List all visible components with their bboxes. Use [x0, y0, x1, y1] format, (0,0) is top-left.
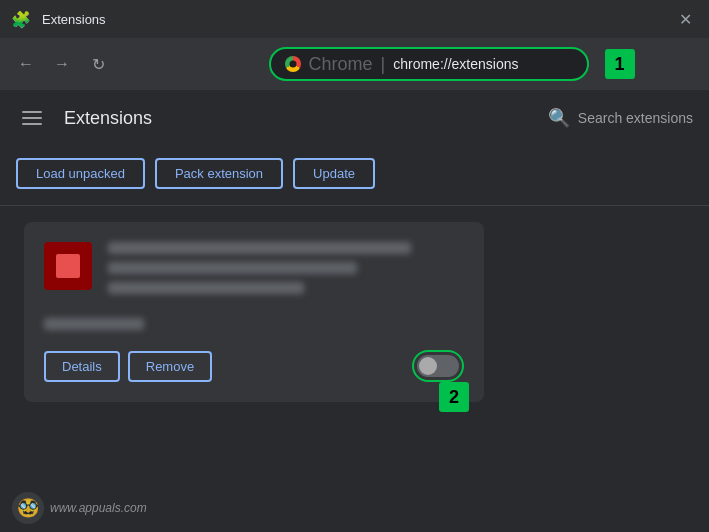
nav-bar: ← → ↻ Chrome | chrome://extensions 1 [0, 38, 709, 90]
address-divider: Chrome [309, 54, 373, 75]
chrome-logo-icon [285, 56, 301, 72]
refresh-button[interactable]: ↻ [84, 50, 112, 78]
toggle-border [412, 350, 464, 382]
load-unpacked-button[interactable]: Load unpacked [16, 158, 145, 189]
pack-extension-button[interactable]: Pack extension [155, 158, 283, 189]
extension-card: Details Remove 2 [24, 222, 484, 402]
hamburger-menu[interactable] [16, 105, 48, 131]
step-1-label: 1 [605, 49, 635, 79]
ext-desc-line-2 [108, 282, 304, 294]
toggle-wrapper: 2 [412, 350, 464, 382]
details-button[interactable]: Details [44, 351, 120, 382]
card-top [44, 242, 464, 302]
search-area[interactable]: 🔍 Search extensions [548, 107, 693, 129]
forward-button[interactable]: → [48, 50, 76, 78]
step-2-label: 2 [439, 382, 469, 412]
address-text: chrome://extensions [393, 56, 518, 72]
watermark-text: www.appuals.com [50, 501, 147, 515]
page-wrapper: 🧩 Extensions ✕ ← → ↻ Chrome | chrome://e… [0, 0, 709, 532]
page-title: Extensions [64, 108, 532, 129]
update-button[interactable]: Update [293, 158, 375, 189]
extension-icon: 🧩 [12, 10, 30, 28]
toolbar: Load unpacked Pack extension Update [0, 146, 709, 206]
address-bar[interactable]: Chrome | chrome://extensions 1 [269, 47, 589, 81]
ext-name-line [108, 242, 411, 254]
toggle-thumb [419, 357, 437, 375]
page-header: Extensions 🔍 Search extensions [0, 90, 709, 146]
back-button[interactable]: ← [12, 50, 40, 78]
main-content: Details Remove 2 [0, 206, 709, 532]
card-bottom-row [44, 318, 464, 330]
close-button[interactable]: ✕ [673, 7, 697, 31]
extension-toggle[interactable] [417, 355, 459, 377]
hamburger-line-1 [22, 111, 42, 113]
ext-desc-line-1 [108, 262, 357, 274]
hamburger-line-3 [22, 123, 42, 125]
ext-tag [44, 318, 144, 330]
card-buttons: Details Remove [44, 351, 212, 382]
watermark-icon: 🥸 [12, 492, 44, 524]
extension-info [108, 242, 464, 302]
remove-button[interactable]: Remove [128, 351, 212, 382]
search-placeholder: Search extensions [578, 110, 693, 126]
title-bar-title: Extensions [42, 12, 661, 27]
title-bar: 🧩 Extensions ✕ [0, 0, 709, 38]
watermark: 🥸 www.appuals.com [12, 492, 147, 524]
extension-icon-thumb [44, 242, 92, 290]
address-pipe: | [381, 54, 386, 75]
search-icon: 🔍 [548, 107, 570, 129]
card-actions: Details Remove 2 [44, 350, 464, 382]
puzzle-icon: 🧩 [11, 10, 31, 29]
hamburger-line-2 [22, 117, 42, 119]
